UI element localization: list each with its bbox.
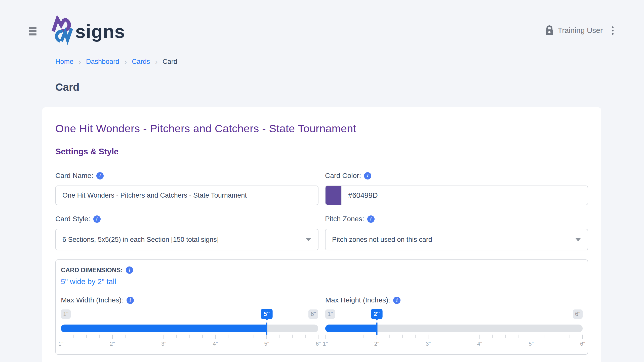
slider-max-badge: 6" — [308, 309, 318, 319]
slider-min-badge: 1" — [61, 309, 71, 319]
user-label: Training User — [558, 26, 603, 35]
color-hex-value[interactable]: #60499D — [342, 186, 378, 205]
kebab-menu-icon[interactable] — [610, 25, 615, 36]
slider-tick-labels: 1" 2" 3" 4" 5" 6" — [325, 341, 583, 348]
breadcrumb: Home › Dashboard › Cards › Card — [55, 58, 644, 66]
user-area: Training User — [545, 25, 615, 36]
dropdown-arrow-icon — [576, 238, 581, 244]
slider-track[interactable] — [325, 325, 583, 332]
slider-min-badge: 1" — [325, 309, 335, 319]
slider-ruler — [61, 335, 318, 340]
dropdown-arrow-icon — [306, 238, 311, 244]
card-style-label: Card Style: — [55, 215, 90, 223]
hamburger-menu-icon[interactable] — [29, 27, 36, 37]
card-style-field: Card Style: i 6 Sections, 5x5(25) in eac… — [55, 214, 318, 250]
pitch-zones-selected-value: Pitch zones not used on this card — [332, 236, 432, 244]
card-name-field: Card Name: i — [55, 171, 318, 205]
tick-label: 6" — [580, 341, 585, 347]
tick-label: 1" — [58, 341, 63, 347]
tick-label: 2" — [374, 341, 379, 347]
card-color-input[interactable]: #60499D — [325, 186, 588, 205]
card-name-input[interactable] — [55, 186, 318, 205]
slider-handle[interactable] — [266, 323, 267, 335]
info-icon[interactable]: i — [367, 215, 375, 223]
breadcrumb-home[interactable]: Home — [55, 58, 73, 66]
slider-ruler — [325, 335, 583, 340]
card-style-selected-value: 6 Sections, 5x5(25) in each Section [150… — [62, 236, 219, 244]
pitch-zones-select[interactable]: Pitch zones not used on this card — [325, 229, 588, 250]
card-color-label: Card Color: — [325, 172, 361, 180]
tick-label: 6" — [316, 341, 321, 347]
card-name-label: Card Name: — [55, 172, 93, 180]
card-dimensions-summary: 5" wide by 2" tall — [61, 277, 583, 286]
slider-value-badge: 5" — [261, 309, 273, 319]
card-style-select[interactable]: 6 Sections, 5x5(25) in each Section [150… — [55, 229, 318, 250]
tick-label: 4" — [213, 341, 218, 347]
tick-label: 1" — [323, 341, 328, 347]
breadcrumb-separator-icon: › — [78, 58, 81, 66]
max-width-label: Max Width (Inches): — [61, 296, 124, 304]
info-icon[interactable]: i — [127, 297, 134, 304]
settings-style-heading: Settings & Style — [55, 147, 588, 156]
slider-tick-labels: 1" 2" 3" 4" 5" 6" — [61, 341, 318, 348]
tick-label: 4" — [477, 341, 482, 347]
card-dimensions-box: CARD DIMENSIONS: i 5" wide by 2" tall Ma… — [55, 259, 588, 355]
slider-max-badge: 6" — [573, 309, 583, 319]
page-title: Card — [55, 81, 644, 93]
slider-handle[interactable] — [376, 323, 377, 335]
card-settings-panel: One Hit Wonders - Pitchers and Catchers … — [42, 107, 601, 362]
slider-track[interactable] — [61, 325, 318, 332]
slider-fill — [61, 325, 267, 332]
card-title-heading: One Hit Wonders - Pitchers and Catchers … — [55, 122, 588, 135]
top-bar: signs Training User — [0, 0, 644, 45]
info-icon[interactable]: i — [93, 215, 101, 223]
tick-label: 5" — [264, 341, 269, 347]
pitch-zones-label: Pitch Zones: — [325, 215, 364, 223]
breadcrumb-dashboard[interactable]: Dashboard — [86, 58, 119, 66]
info-icon[interactable]: i — [393, 297, 400, 304]
brand-name: signs — [75, 21, 125, 42]
tick-label: 3" — [161, 341, 166, 347]
slider-value-badge: 2" — [371, 309, 383, 319]
breadcrumb-separator-icon: › — [124, 58, 127, 66]
card-dimensions-label: CARD DIMENSIONS: — [61, 266, 123, 274]
breadcrumb-cards[interactable]: Cards — [132, 58, 150, 66]
brand-logo[interactable]: signs — [51, 16, 125, 45]
card-color-field: Card Color: i #60499D — [325, 171, 588, 205]
max-height-label: Max Height (Inches): — [325, 296, 390, 304]
breadcrumb-separator-icon: › — [155, 58, 157, 66]
tick-label: 3" — [426, 341, 431, 347]
info-icon[interactable]: i — [96, 172, 104, 179]
brand-logo-mark — [51, 16, 74, 45]
slider-fill — [325, 325, 377, 332]
tick-label: 2" — [110, 341, 115, 347]
info-icon[interactable]: i — [364, 172, 371, 179]
breadcrumb-current: Card — [163, 58, 177, 66]
lock-icon — [545, 25, 554, 35]
color-swatch[interactable] — [326, 186, 342, 205]
tick-label: 5" — [529, 341, 534, 347]
max-width-slider: Max Width (Inches): i 1" 5" 6" 1" 2" 3" — [61, 295, 318, 348]
max-height-slider: Max Height (Inches): i 1" 2" 6" 1" 2" 3" — [325, 295, 583, 348]
pitch-zones-field: Pitch Zones: i Pitch zones not used on t… — [325, 214, 588, 250]
info-icon[interactable]: i — [126, 266, 133, 274]
